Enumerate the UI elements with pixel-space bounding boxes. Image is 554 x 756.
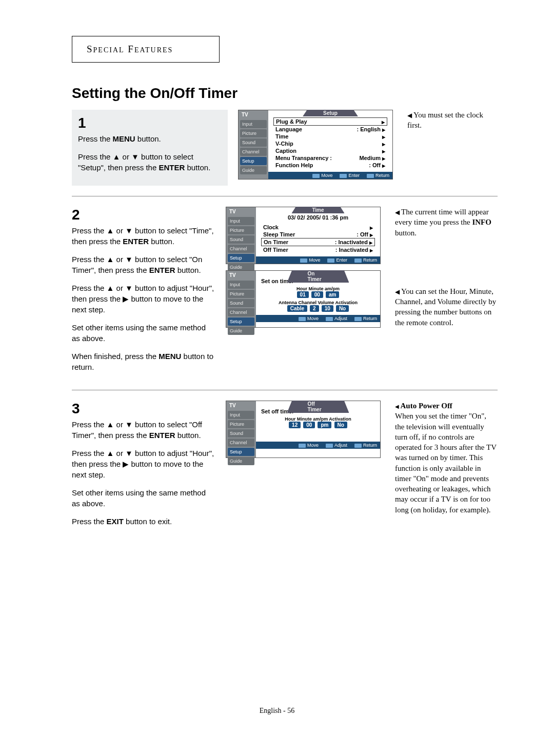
t: 12 bbox=[289, 422, 301, 428]
chapter-w1a: S bbox=[87, 44, 93, 54]
step1-osd: TV Input Picture Sound Channel Setup Gui… bbox=[238, 110, 397, 186]
osd-off-timer: TV Input Picture Sound Channel Setup Gui… bbox=[226, 401, 381, 458]
chapter-w2a: F bbox=[128, 44, 134, 54]
osd-tab: Sound bbox=[228, 429, 254, 437]
osd-title: On Timer bbox=[287, 270, 349, 283]
t: ENTER bbox=[123, 237, 149, 246]
osd-tab: Guide bbox=[228, 327, 254, 335]
t: Return bbox=[367, 173, 389, 178]
osd-tab: Input bbox=[228, 217, 254, 225]
t: Move bbox=[299, 316, 319, 321]
step3-instructions: 3 Press the ▲ or ▼ button to select "Off… bbox=[72, 401, 215, 534]
osd-tab: Setup bbox=[240, 157, 267, 165]
t: am bbox=[326, 291, 339, 298]
t: pm bbox=[318, 422, 331, 428]
osd-tab: Setup bbox=[228, 317, 254, 326]
t: MENU bbox=[159, 352, 181, 361]
page-footer: English - 56 bbox=[0, 707, 554, 715]
t: Hour Minute am/pm Activation bbox=[261, 416, 375, 422]
chapter-w2b: EATURES bbox=[134, 46, 173, 54]
t: ENTER bbox=[159, 163, 185, 172]
t: Set other items using the same method as… bbox=[72, 487, 215, 509]
t: Auto Power Off bbox=[401, 402, 452, 410]
t: Press the bbox=[72, 517, 107, 526]
osd-tab: Guide bbox=[240, 166, 267, 174]
t: 2 bbox=[310, 305, 319, 312]
t: Return bbox=[354, 257, 377, 263]
osd-tab: Picture bbox=[240, 129, 267, 137]
t: Press the ▲ or ▼ button to adjust "Hour"… bbox=[72, 448, 215, 480]
t: 01 bbox=[297, 291, 309, 298]
osd-tab: Input bbox=[228, 281, 254, 289]
t: Time bbox=[275, 133, 288, 140]
t: INFO bbox=[472, 218, 491, 226]
t: button. bbox=[135, 134, 161, 143]
t: : Off bbox=[369, 162, 381, 168]
t: Return bbox=[354, 443, 377, 448]
step1-p1: Press the MENU button. bbox=[78, 133, 222, 144]
t: No bbox=[334, 422, 347, 428]
osd-title: Off Timer bbox=[287, 401, 349, 413]
step2-number: 2 bbox=[72, 207, 215, 223]
t: Move bbox=[312, 173, 332, 178]
t: Set other items using the same method as… bbox=[72, 322, 215, 344]
osd-tab: Input bbox=[228, 411, 254, 419]
note2: The current time will appear every time … bbox=[395, 207, 498, 238]
t: Plug & Play bbox=[276, 118, 307, 125]
t: : Inactivated bbox=[335, 247, 368, 253]
osd-on-timer: TV Input Picture Sound Channel Setup Gui… bbox=[226, 270, 381, 328]
osd-tab: Picture bbox=[228, 290, 254, 298]
osd-tab: Sound bbox=[228, 299, 254, 307]
step1-instructions: 1 Press the MENU button. Press the ▲ or … bbox=[72, 110, 228, 186]
t: 00 bbox=[311, 291, 323, 298]
t: button. bbox=[175, 431, 201, 440]
osd-tab: Channel bbox=[228, 245, 254, 253]
t: Medium bbox=[359, 155, 381, 161]
page-title: Setting the On/Off Timer bbox=[72, 85, 498, 102]
osd-title: Setup bbox=[303, 110, 358, 116]
osd-tab: Guide bbox=[228, 457, 254, 465]
t: Sleep Timer bbox=[263, 231, 295, 237]
t: Return bbox=[354, 316, 377, 321]
t: Clock bbox=[263, 224, 279, 230]
osd-tab: Sound bbox=[228, 235, 254, 244]
step1-p2: Press the ▲ or ▼ button to select "Setup… bbox=[78, 151, 222, 173]
chapter-w1b: PECIAL bbox=[93, 46, 125, 54]
t: When finished, press the bbox=[72, 352, 159, 361]
t: : English bbox=[357, 126, 380, 132]
step3-number: 3 bbox=[72, 401, 215, 417]
t: Function Help bbox=[275, 162, 313, 168]
t: MENU bbox=[113, 134, 135, 143]
note1: You must set the clock first. bbox=[407, 110, 498, 131]
t: V-Chip bbox=[275, 141, 293, 147]
osd-tab: Channel bbox=[228, 308, 254, 316]
t: : Off bbox=[357, 231, 368, 237]
t: Enter bbox=[340, 173, 360, 178]
t: EXIT bbox=[107, 517, 124, 526]
t: Press the ▲ or ▼ button to adjust "Hour"… bbox=[72, 283, 215, 315]
t: ENTER bbox=[149, 431, 175, 440]
t: Press the bbox=[78, 134, 113, 143]
note4: ◀ Auto Power Off When you set the timer … bbox=[395, 401, 498, 515]
t: Move bbox=[299, 443, 319, 448]
osd-title: Time bbox=[291, 207, 344, 213]
t: Off Timer bbox=[263, 247, 288, 253]
t: : Inactivated bbox=[335, 239, 368, 245]
t: Adjust bbox=[326, 316, 347, 321]
t: No bbox=[336, 305, 349, 312]
chapter-heading: SPECIAL FEATURES bbox=[72, 36, 220, 63]
t: On Timer bbox=[264, 239, 288, 245]
t: Antenna Channel Volume Activation bbox=[261, 300, 375, 305]
t: button to exit. bbox=[124, 517, 172, 526]
t: button. bbox=[185, 163, 210, 172]
t: Cable bbox=[287, 305, 307, 312]
t: Adjust bbox=[326, 443, 347, 448]
step1-number: 1 bbox=[78, 115, 222, 131]
t: When you set the timer "On", the televis… bbox=[395, 412, 497, 513]
osd-tab: Setup bbox=[228, 448, 254, 456]
t: Hour Minute am/pm bbox=[261, 286, 375, 291]
t: Menu Transparency : bbox=[275, 155, 332, 161]
osd-date: 03/ 02/ 2005/ 01 :36 pm bbox=[261, 214, 375, 221]
step2-instructions: 2 Press the ▲ or ▼ button to select "Tim… bbox=[72, 207, 215, 380]
note3: You can set the Hour, Minute, Channel, a… bbox=[395, 286, 498, 328]
